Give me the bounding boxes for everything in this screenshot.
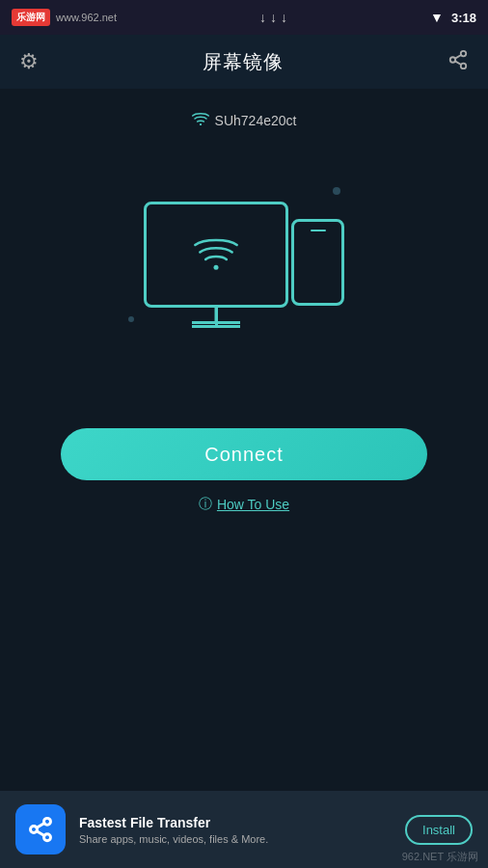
info-icon: ⓘ [199,496,212,513]
svg-point-5 [199,123,201,125]
svg-line-4 [455,54,461,58]
logo-badge: 乐游网 [12,9,50,26]
decorative-dot-2 [128,316,134,322]
ad-subtitle: Share apps, music, videos, files & More. [79,833,392,845]
download-arrow-2: ↓ [270,10,277,25]
wifi-info: SUh724e20ct [192,112,297,129]
connect-button[interactable]: Connect [61,428,427,480]
svg-line-10 [37,831,44,836]
download-icons: ↓ ↓ ↓ [259,10,287,25]
app-header: ⚙ 屏幕镜像 [0,35,488,89]
monitor-container [144,202,288,328]
svg-point-6 [214,264,219,269]
device-illustration [109,158,379,370]
ad-share-icon [27,816,54,843]
ad-app-icon [15,804,66,854]
phone-device [291,219,344,306]
signal-icon: ▼ [430,10,444,25]
watermark: 962.NET 乐游网 [402,850,478,864]
share-icon[interactable] [447,49,469,75]
monitor-stand [192,325,240,328]
status-bar: 乐游网 www.962.net ↓ ↓ ↓ ▼ 3:18 [0,0,488,35]
wifi-icon [192,112,209,129]
status-url: www.962.net [56,12,117,23]
ad-title: Fastest File Transfer [79,815,392,830]
app-title: 屏幕镜像 [203,49,284,75]
how-to-use-text: How To Use [217,497,289,512]
install-button[interactable]: Install [405,815,473,845]
svg-line-11 [37,824,44,828]
settings-icon[interactable]: ⚙ [19,49,39,74]
decorative-dot-1 [333,187,340,195]
wifi-name: SUh724e20ct [215,113,297,128]
phone-device-container [296,219,344,306]
monitor-display [144,202,288,308]
ad-text-group: Fastest File Transfer Share apps, music,… [79,815,392,845]
download-arrow-3: ↓ [281,10,287,25]
svg-line-3 [455,61,461,65]
download-arrow-1: ↓ [259,10,266,25]
status-bar-right: ▼ 3:18 [430,10,476,25]
monitor-wifi-icon [192,235,240,274]
main-content: SUh724e20ct [0,89,488,513]
monitor-group [144,202,344,328]
status-bar-left: 乐游网 www.962.net [12,9,117,26]
how-to-use-link[interactable]: ⓘ How To Use [199,496,289,513]
clock: 3:18 [451,11,476,25]
